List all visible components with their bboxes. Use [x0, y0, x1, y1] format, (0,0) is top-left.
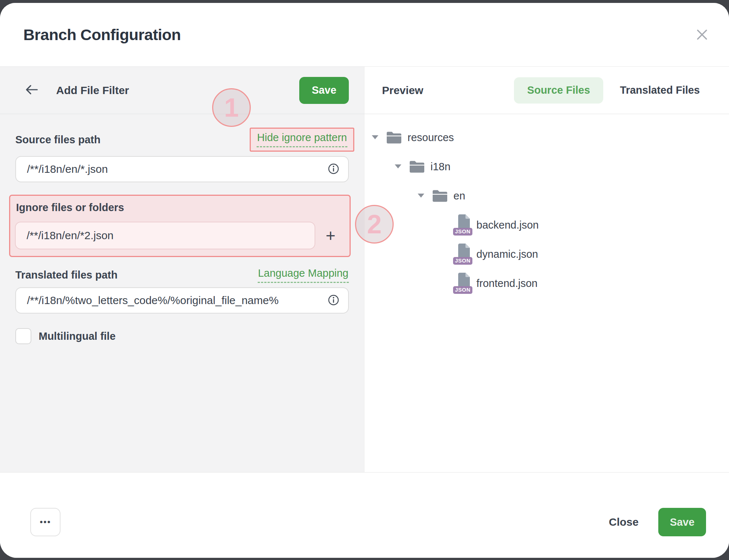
add-ignore-pattern-button[interactable]: + — [315, 227, 346, 244]
source-path-input[interactable] — [27, 163, 323, 175]
translated-path-input[interactable] — [27, 294, 323, 307]
ignore-section-highlight: Ignore files or folders + — [9, 195, 351, 257]
ignore-pattern-input[interactable] — [27, 229, 304, 242]
more-options-button[interactable]: ••• — [30, 508, 61, 536]
branch-configuration-modal: Branch Configuration Add File Filter Sav… — [0, 3, 729, 558]
close-button[interactable] — [692, 25, 712, 45]
multilingual-row: Multilingual file — [15, 328, 349, 344]
tree-row-backend-json[interactable]: JSON backend.json — [364, 210, 729, 240]
file-filter-panel: Add File Filter Save Source files path H… — [0, 67, 364, 472]
source-path-label: Source files path — [15, 134, 101, 146]
close-icon — [696, 28, 708, 42]
modal-title: Branch Configuration — [23, 26, 181, 44]
info-icon — [328, 163, 339, 176]
tree-row-i18n[interactable]: i18n — [364, 152, 729, 181]
tree-row-frontend-json[interactable]: JSON frontend.json — [364, 269, 729, 298]
info-icon — [328, 294, 339, 307]
hide-ignore-pattern-link[interactable]: Hide ignore pattern — [257, 132, 347, 147]
ignore-input-row: + — [15, 222, 346, 249]
ignore-label: Ignore files or folders — [15, 202, 346, 214]
modal-footer: ••• Close Save — [0, 472, 729, 558]
json-badge: JSON — [453, 286, 472, 294]
tree-item-label: i18n — [430, 161, 451, 173]
caret-down-icon[interactable] — [371, 135, 379, 140]
ellipsis-icon: ••• — [40, 517, 51, 527]
folder-icon — [386, 131, 402, 144]
file-tree: resources i18n en — [364, 114, 729, 298]
source-path-field — [15, 156, 349, 182]
caret-down-icon[interactable] — [417, 194, 425, 198]
json-file-icon: JSON — [454, 273, 471, 294]
tab-translated-files[interactable]: Translated Files — [620, 84, 700, 96]
save-filter-button[interactable]: Save — [299, 77, 349, 104]
preview-toolbar: Preview Source Files Translated Files — [364, 67, 729, 114]
footer-actions: Close Save — [609, 508, 706, 536]
tree-item-label: frontend.json — [476, 277, 538, 289]
preview-title: Preview — [382, 84, 423, 97]
arrow-left-icon — [26, 85, 38, 96]
save-configuration-button[interactable]: Save — [658, 508, 706, 536]
folder-icon — [432, 189, 448, 203]
json-file-icon: JSON — [454, 244, 471, 265]
tree-item-label: backend.json — [476, 219, 539, 231]
close-modal-button[interactable]: Close — [609, 516, 639, 528]
ignore-pattern-field — [15, 222, 315, 249]
hide-ignore-highlight: Hide ignore pattern — [250, 128, 354, 152]
panel-title: Add File Filter — [56, 84, 129, 97]
translated-path-field — [15, 287, 349, 314]
modal-content: Add File Filter Save Source files path H… — [0, 67, 729, 472]
file-filter-form: Source files path Hide ignore pattern Ig… — [0, 128, 364, 344]
language-mapping-link[interactable]: Language Mapping — [258, 267, 349, 283]
tree-row-resources[interactable]: resources — [364, 123, 729, 152]
multilingual-checkbox[interactable] — [15, 328, 31, 344]
translated-path-row: Translated files path Language Mapping — [15, 267, 349, 283]
tree-row-dynamic-json[interactable]: JSON dynamic.json — [364, 240, 729, 269]
tree-item-label: resources — [408, 132, 454, 144]
json-badge: JSON — [453, 228, 472, 236]
tree-item-label: en — [453, 190, 465, 202]
json-badge: JSON — [453, 257, 472, 265]
tree-item-label: dynamic.json — [476, 248, 538, 260]
caret-down-icon[interactable] — [394, 164, 402, 169]
source-path-info-button[interactable] — [328, 163, 339, 176]
translated-path-info-button[interactable] — [328, 294, 339, 307]
json-file-icon: JSON — [454, 214, 471, 236]
folder-icon — [409, 160, 425, 174]
file-filter-toolbar: Add File Filter Save — [0, 67, 364, 114]
multilingual-label: Multilingual file — [39, 330, 116, 342]
tab-source-files[interactable]: Source Files — [514, 77, 603, 104]
back-button[interactable] — [23, 82, 41, 99]
translated-path-label: Translated files path — [15, 269, 117, 281]
tree-row-en[interactable]: en — [364, 181, 729, 210]
source-path-row: Source files path Hide ignore pattern — [15, 128, 349, 152]
modal-header: Branch Configuration — [0, 3, 729, 67]
preview-panel: Preview Source Files Translated Files re… — [364, 67, 729, 472]
